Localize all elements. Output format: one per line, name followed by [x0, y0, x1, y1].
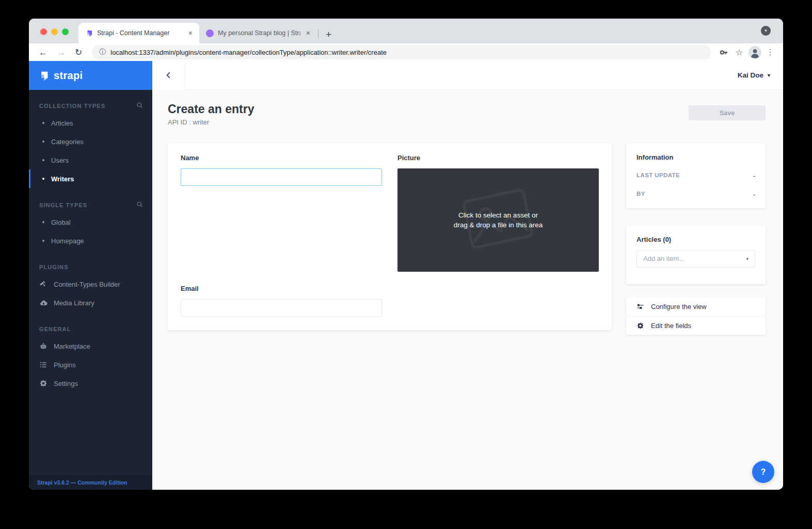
- close-tab-icon[interactable]: ×: [305, 29, 312, 37]
- strapi-logo-text: strapi: [54, 70, 83, 82]
- info-value: -: [753, 191, 755, 198]
- cloud-upload-icon: [39, 299, 47, 307]
- dropzone-text-line1: Click to select an asset or: [458, 210, 538, 220]
- sidebar-item-settings[interactable]: Settings: [29, 374, 152, 393]
- dropzone-text-line2: drag & drop a file in this area: [454, 220, 543, 230]
- chevron-left-icon: [165, 71, 172, 79]
- search-icon[interactable]: [136, 101, 143, 111]
- sidebar-version-footer[interactable]: Strapi v3.6.2 — Community Edition: [29, 474, 152, 490]
- url-text[interactable]: localhost:1337/admin/plugins/content-man…: [110, 49, 387, 56]
- edit-fields-link[interactable]: Edit the fields: [626, 316, 766, 335]
- bullet-icon: [42, 141, 44, 143]
- user-menu[interactable]: Kai Doe ▾: [738, 71, 783, 79]
- section-title: GENERAL: [39, 326, 143, 332]
- sidebar-item-marketplace[interactable]: Marketplace: [29, 337, 152, 355]
- page-subtitle: API ID : writer: [168, 118, 254, 126]
- sidebar-item-label: Global: [51, 219, 71, 226]
- sidebar-item-writers[interactable]: Writers: [29, 169, 152, 188]
- sidebar-item-plugins[interactable]: Plugins: [29, 355, 152, 374]
- sidebar-item-homepage[interactable]: Homepage: [29, 231, 152, 250]
- zoom-window-button[interactable]: [62, 28, 69, 35]
- info-label: LAST UPDATE: [636, 172, 680, 180]
- tab-divider: [318, 29, 319, 38]
- link-label: Configure the view: [651, 303, 707, 310]
- browser-toolbar: ← → ↻ ⓘ localhost:1337/admin/plugins/con…: [29, 43, 783, 61]
- sliders-icon: [636, 303, 644, 310]
- back-button[interactable]: ←: [35, 47, 51, 58]
- back-chevron-button[interactable]: [152, 61, 185, 90]
- section-title: COLLECTION TYPES: [39, 103, 136, 109]
- search-icon[interactable]: [136, 200, 143, 210]
- minimize-window-button[interactable]: [51, 28, 58, 35]
- sidebar-item-content-types-builder[interactable]: Content-Types Builder: [29, 275, 152, 293]
- password-key-icon[interactable]: [717, 45, 730, 59]
- add-item-input[interactable]: [643, 255, 746, 262]
- blog-favicon-icon: [205, 29, 214, 37]
- information-title: Information: [636, 153, 755, 161]
- picture-dropzone[interactable]: Click to select an asset or drag & drop …: [397, 168, 599, 272]
- help-button[interactable]: ?: [752, 461, 774, 483]
- articles-card: Articles (0) ▾: [626, 226, 766, 284]
- bullet-icon: [42, 159, 44, 161]
- tab-strapi-blog[interactable]: My personal Strapi blog | Strap ×: [199, 23, 317, 43]
- close-window-button[interactable]: [40, 28, 47, 35]
- save-button[interactable]: Save: [689, 105, 766, 120]
- tab-strip: Strapi - Content Manager × My personal S…: [29, 19, 783, 43]
- strapi-favicon-icon: [85, 29, 93, 37]
- reload-button[interactable]: ↻: [71, 47, 86, 58]
- page-title: Create an entry: [168, 102, 254, 117]
- sidebar-item-label: Media Library: [54, 299, 94, 307]
- forward-button[interactable]: →: [53, 47, 69, 58]
- bookmark-star-icon[interactable]: ☆: [733, 45, 746, 59]
- sidebar-item-label: Plugins: [54, 361, 76, 369]
- tab-search-button[interactable]: ▼: [761, 26, 771, 36]
- configure-view-link[interactable]: Configure the view: [626, 298, 766, 316]
- strapi-logo-icon: [38, 70, 49, 81]
- main-area: Kai Doe ▾ Create an entry API ID : write…: [152, 61, 783, 490]
- section-title: PLUGINS: [39, 264, 143, 270]
- sidebar-item-label: Users: [51, 157, 69, 164]
- section-title: SINGLE TYPES: [39, 202, 136, 208]
- tab-title: My personal Strapi blog | Strap: [218, 29, 300, 37]
- sidebar-item-users[interactable]: Users: [29, 151, 152, 169]
- close-tab-icon[interactable]: ×: [187, 29, 194, 37]
- sidebar-item-label: Categories: [51, 138, 84, 146]
- site-info-icon[interactable]: ⓘ: [99, 48, 106, 57]
- entry-form-card: Name Email Picture Click to select: [168, 143, 612, 330]
- right-column: Information LAST UPDATE - BY - Arti: [626, 143, 766, 335]
- list-icon: [39, 361, 47, 368]
- chevron-down-icon: ▼: [764, 28, 768, 33]
- address-bar[interactable]: ⓘ localhost:1337/admin/plugins/content-m…: [92, 45, 711, 59]
- profile-avatar[interactable]: [748, 45, 761, 59]
- info-row-last-update: LAST UPDATE -: [636, 172, 755, 180]
- gear-icon: [39, 380, 47, 387]
- new-tab-button[interactable]: +: [322, 29, 336, 39]
- add-item-select[interactable]: ▾: [636, 250, 755, 268]
- strapi-logo[interactable]: strapi: [29, 61, 152, 90]
- section-single-types: SINGLE TYPES Global Homepage: [29, 197, 152, 250]
- gear-icon: [636, 322, 644, 329]
- browser-window: Strapi - Content Manager × My personal S…: [29, 19, 783, 490]
- picture-label: Picture: [397, 154, 599, 162]
- sidebar-item-categories[interactable]: Categories: [29, 132, 152, 151]
- browser-menu-icon[interactable]: ⋮: [763, 45, 777, 59]
- sidebar: strapi COLLECTION TYPES Articles Categor…: [29, 61, 152, 490]
- caret-down-icon: ▾: [746, 256, 749, 261]
- bullet-icon: [42, 240, 44, 242]
- email-input[interactable]: [181, 299, 382, 317]
- admin-topbar: Kai Doe ▾: [152, 61, 783, 90]
- name-label: Name: [181, 154, 382, 162]
- sidebar-item-articles[interactable]: Articles: [29, 114, 152, 132]
- sidebar-item-global[interactable]: Global: [29, 213, 152, 231]
- sidebar-item-media-library[interactable]: Media Library: [29, 293, 152, 312]
- traffic-lights: [40, 28, 69, 35]
- section-collection-types: COLLECTION TYPES Articles Categories Use…: [29, 98, 152, 188]
- paint-roller-icon: [39, 281, 47, 288]
- shopping-basket-icon: [39, 343, 47, 350]
- tab-strapi-content-manager[interactable]: Strapi - Content Manager ×: [78, 23, 199, 43]
- info-label: BY: [636, 191, 645, 198]
- link-label: Edit the fields: [651, 322, 691, 330]
- name-input[interactable]: [181, 168, 382, 186]
- user-name: Kai Doe: [738, 71, 763, 79]
- bullet-icon: [42, 122, 44, 124]
